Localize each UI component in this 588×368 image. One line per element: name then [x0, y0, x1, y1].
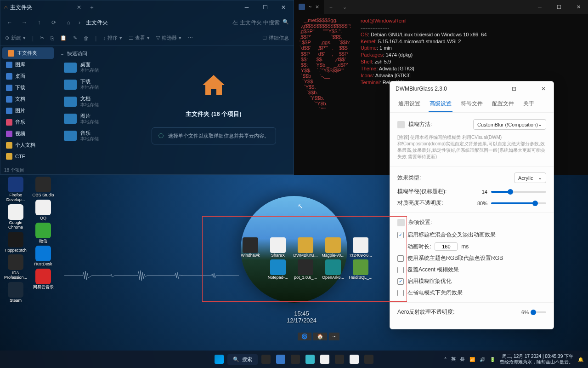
- search-input[interactable]: 在 主文件夹 中搜索: [113, 19, 289, 27]
- dwm-tab[interactable]: 配置文件: [491, 96, 515, 112]
- dwm-tab[interactable]: 关于: [522, 96, 535, 112]
- maximize-icon[interactable]: ☐: [259, 1, 271, 14]
- sidebar-item[interactable]: 个人文档: [0, 139, 56, 151]
- close-icon[interactable]: ✕: [537, 84, 550, 94]
- desktop-icon[interactable]: RustDesk: [30, 246, 56, 267]
- desktop-icon[interactable]: Google Chrome: [3, 204, 28, 230]
- fm-titlebar[interactable]: ⌂ 主文件夹 ✕ ＋ ─ ☐ ✕: [0, 0, 294, 14]
- blur-method-select[interactable]: CustomBlur (!Composition)⌄: [473, 119, 546, 130]
- new-tab-icon[interactable]: ＋: [324, 4, 338, 11]
- rename-icon[interactable]: ✎: [73, 35, 77, 41]
- sidebar-item[interactable]: 桌面: [0, 70, 56, 82]
- sidebar-item[interactable]: 下载: [0, 82, 56, 93]
- terminal-tab[interactable]: ~ ✕: [294, 0, 324, 14]
- close-icon[interactable]: ✕: [569, 0, 588, 14]
- check-row[interactable]: ✓启用标题栏混合色交叉淡出动画效果: [397, 231, 546, 239]
- new-tab-icon[interactable]: ＋: [86, 4, 97, 12]
- cut-icon[interactable]: ✂: [40, 35, 44, 41]
- desktop-icon[interactable]: DWMBlurG...: [292, 237, 319, 258]
- sidebar-item[interactable]: CTF: [0, 151, 56, 162]
- tb-app-icon[interactable]: [348, 353, 361, 366]
- ime-indicator[interactable]: 拼: [460, 356, 465, 362]
- battery-icon[interactable]: 🔋: [490, 357, 495, 362]
- check-row[interactable]: 在省电模式下关闭效果: [397, 289, 546, 297]
- wifi-icon[interactable]: 📶: [469, 357, 475, 362]
- check-row[interactable]: 使用系统主题色RGB取代颜色设置RGB: [397, 254, 546, 262]
- back-icon[interactable]: ←: [5, 18, 14, 27]
- details-button[interactable]: ☐ 详细信息: [262, 34, 289, 41]
- quick-item[interactable]: 桌面本地存储: [58, 59, 131, 76]
- forward-icon[interactable]: →: [20, 18, 29, 27]
- maximize-icon[interactable]: ☐: [549, 0, 569, 14]
- copy-icon[interactable]: ⎘: [51, 35, 54, 41]
- minimize-icon[interactable]: ─: [522, 84, 535, 94]
- tb-app-icon[interactable]: [362, 353, 375, 366]
- view-button[interactable]: ☰ 查看 ▾: [129, 34, 150, 41]
- breadcrumb[interactable]: 主文件夹: [86, 19, 108, 27]
- desktop-icon[interactable]: Windhawk: [237, 237, 264, 258]
- sidebar-item[interactable]: 音乐: [0, 116, 56, 128]
- more-icon[interactable]: ⋯: [188, 35, 193, 41]
- effect-type-select[interactable]: Acrylic⌄: [514, 172, 546, 183]
- minimize-icon[interactable]: ─: [240, 1, 253, 14]
- tb-app-icon[interactable]: [274, 353, 287, 366]
- close-tab-icon[interactable]: ✕: [315, 4, 319, 10]
- sidebar-item[interactable]: 主文件夹: [2, 47, 54, 59]
- new-button[interactable]: ⊕ 新建 ▾: [5, 34, 26, 41]
- delete-icon[interactable]: 🗑: [84, 35, 89, 41]
- tb-app-icon[interactable]: [304, 353, 317, 366]
- check-row[interactable]: 覆盖Accent 模糊效果: [397, 266, 546, 274]
- desktop-icon[interactable]: Notepad-...: [265, 259, 291, 280]
- desktop-icon[interactable]: 7z2409-x6...: [347, 237, 374, 258]
- desktop-icon[interactable]: IDA Profession...: [3, 254, 28, 280]
- close-icon[interactable]: ✕: [277, 1, 290, 14]
- filter-button[interactable]: ▽ 筛选器 ▾: [156, 34, 181, 41]
- sort-button[interactable]: ↕ 排序 ▾: [103, 34, 122, 41]
- blur-radius-slider[interactable]: [491, 191, 546, 193]
- desktop-icon[interactable]: pot_3.0.6_...: [292, 259, 319, 280]
- paste-icon[interactable]: 📋: [60, 35, 67, 41]
- tray-chevron-icon[interactable]: ^: [444, 357, 447, 362]
- anim-duration-input[interactable]: [435, 242, 458, 251]
- tb-app-icon[interactable]: [333, 353, 346, 366]
- dwm-titlebar[interactable]: DWMBlurGlass 2.3.0 ⊡ ─ ✕: [390, 81, 554, 96]
- desktop-icon[interactable]: 网易云音乐: [30, 269, 56, 290]
- ime-indicator[interactable]: 英: [451, 356, 456, 362]
- taskview-icon[interactable]: [260, 353, 272, 366]
- desktop-icon[interactable]: Magpie-v0...: [320, 237, 346, 258]
- notifications-icon[interactable]: 🔔: [578, 357, 583, 362]
- desktop-icon[interactable]: HeidiSQL_...: [347, 259, 374, 280]
- sidebar-item[interactable]: 图库: [0, 59, 56, 70]
- pin-icon[interactable]: ⊡: [508, 84, 520, 94]
- taskbar-datetime[interactable]: 周二, 12月 17 2024 | 03:45:39 下午 曾经沧海难为水，除却…: [500, 354, 573, 365]
- tb-app-icon[interactable]: [289, 353, 302, 366]
- dwm-tab[interactable]: 高级设置: [429, 96, 452, 112]
- desktop-icon[interactable]: 微信: [30, 223, 56, 244]
- sidebar-item[interactable]: 文档: [0, 93, 56, 105]
- taskbar-search[interactable]: 🔍 搜索: [227, 354, 258, 365]
- desktop-icon[interactable]: OpenArk6...: [320, 259, 346, 280]
- desktop-icon[interactable]: Steam: [3, 282, 28, 303]
- sidebar-item[interactable]: 图片: [0, 105, 56, 116]
- quick-access-header[interactable]: ⌄快速访问: [58, 48, 131, 59]
- desktop-icon[interactable]: ShareX: [265, 237, 291, 258]
- dwm-tab[interactable]: 通用设置: [397, 96, 421, 112]
- quick-item[interactable]: 文档本地存储: [58, 93, 131, 110]
- up-icon[interactable]: ↑: [34, 18, 44, 27]
- check-row[interactable]: ✓启用模糊渲染优化: [397, 277, 546, 285]
- minimize-icon[interactable]: ─: [530, 0, 549, 14]
- fm-tab[interactable]: ⌂ 主文件夹: [4, 4, 75, 12]
- desktop-icon[interactable]: OBS Studio: [30, 177, 56, 198]
- volume-icon[interactable]: 🔊: [480, 357, 485, 362]
- material-opacity-slider[interactable]: [491, 202, 546, 204]
- desktop-icon[interactable]: Hoppscotch: [3, 232, 28, 253]
- quick-item[interactable]: 图片本地存储: [58, 110, 131, 127]
- desktop-icon[interactable]: Firefox Develop...: [3, 177, 28, 202]
- start-button[interactable]: [213, 353, 226, 366]
- dwm-tab[interactable]: 符号文件: [460, 96, 484, 112]
- desktop-icon[interactable]: QQ: [30, 200, 56, 221]
- tb-app-icon[interactable]: [318, 353, 331, 366]
- tab-dropdown-icon[interactable]: ⌄: [338, 4, 351, 10]
- aero-slider[interactable]: [532, 311, 546, 313]
- home-nav-icon[interactable]: ⌂: [64, 18, 73, 27]
